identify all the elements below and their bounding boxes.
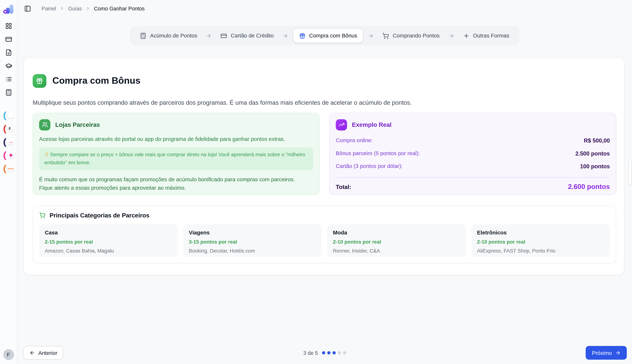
category-card-viagens: Viagens 3-15 pontos por real Booking, De… bbox=[183, 224, 322, 256]
scrollbar-thumb[interactable] bbox=[629, 160, 631, 185]
sidebar-nav bbox=[5, 22, 12, 96]
categories-title: Principais Categorias de Parceiros bbox=[50, 212, 149, 218]
brazil-map-icon bbox=[8, 112, 14, 118]
category-rate: 3-15 pontos por real bbox=[189, 239, 316, 245]
arrow-left-icon bbox=[30, 350, 35, 356]
flower-icon bbox=[8, 152, 14, 158]
tab-outras-formas[interactable]: Outras Formas bbox=[459, 29, 513, 42]
breadcrumb-painel[interactable]: Painel bbox=[42, 6, 56, 12]
row-value: R$ 500,00 bbox=[584, 137, 610, 144]
breadcrumb-current: Como Ganhar Pontos bbox=[94, 6, 145, 12]
previous-button[interactable]: Anterior bbox=[24, 346, 64, 360]
total-value: 2.600 pontos bbox=[568, 183, 610, 191]
wizard-footer: Anterior 3 de 5 Próximo bbox=[17, 346, 632, 364]
logo-bar-small bbox=[3, 10, 7, 14]
trending-up-icon bbox=[336, 119, 347, 130]
real-example-card: Exemplo Real Compra online: R$ 500,00 Bô… bbox=[329, 113, 616, 195]
gift-icon bbox=[299, 32, 305, 39]
smiles-logo[interactable]: ( Smiles bbox=[3, 164, 14, 172]
category-name: Casa bbox=[45, 230, 172, 236]
app-window: ( ( E_ ( ( bbox=[0, 0, 632, 364]
paren-shape: ( bbox=[3, 164, 7, 172]
brazil-map-logo[interactable]: ( bbox=[3, 111, 14, 119]
tab-label: Comprando Pontos bbox=[393, 33, 439, 39]
page-indicator-text: 3 de 5 bbox=[303, 350, 318, 356]
stepper: Acúmulo de Pontos Cartão de Crédito Comp… bbox=[130, 26, 519, 46]
tab-label: Compra com Bônus bbox=[309, 33, 357, 39]
partner-card-header: Lojas Parceiras bbox=[39, 119, 313, 130]
progress-dot bbox=[322, 351, 325, 354]
example-row: Compra online: R$ 500,00 bbox=[336, 137, 610, 144]
credit-card-icon bbox=[221, 32, 227, 39]
users-icon bbox=[39, 119, 51, 130]
category-card-casa: Casa 2-15 pontos por real Amazon, Casas … bbox=[39, 224, 178, 256]
stepper-wrap: Acúmulo de Pontos Cartão de Crédito Comp… bbox=[17, 26, 632, 46]
breadcrumb: Painel Guias Como Ganhar Pontos bbox=[42, 6, 145, 12]
graduation-cap-icon[interactable] bbox=[5, 62, 12, 69]
paren-shape: ( bbox=[3, 124, 7, 132]
dashboard-icon[interactable] bbox=[5, 22, 12, 29]
example-rows: Compra online: R$ 500,00 Bônus parceiro … bbox=[336, 137, 610, 170]
category-card-moda: Moda 2-10 pontos por real Renner, Inside… bbox=[327, 224, 466, 256]
tab-compra-com-bonus[interactable]: Compra com Bônus bbox=[293, 29, 363, 42]
tab-label: Cartão de Crédito bbox=[231, 33, 274, 39]
smiles-badge: Smiles bbox=[8, 165, 14, 172]
swirl-icon bbox=[8, 139, 14, 145]
swirl-logo[interactable]: ( bbox=[3, 138, 14, 146]
page-title: Compra com Bônus bbox=[53, 76, 141, 86]
previous-button-label: Anterior bbox=[38, 350, 57, 356]
category-partners: Renner, Insider, C&A bbox=[333, 248, 460, 254]
flower-logo[interactable]: ( bbox=[3, 151, 14, 159]
info-cards-row: Lojas Parceiras Acesse lojas parceiras a… bbox=[33, 113, 616, 195]
partner-stores-card: Lojas Parceiras Acesse lojas parceiras a… bbox=[33, 113, 320, 195]
chevron-right-icon bbox=[60, 6, 65, 11]
next-button[interactable]: Próximo bbox=[586, 346, 627, 360]
e-logo[interactable]: ( E_ bbox=[3, 124, 14, 132]
guide-step-card: Compra com Bônus Multiplique seus pontos… bbox=[24, 58, 624, 275]
category-name: Eletrônicos bbox=[477, 230, 604, 236]
paren-shape: ( bbox=[3, 151, 7, 159]
paren-shape: ( bbox=[3, 138, 7, 146]
e-logo-badge: E_ bbox=[8, 126, 14, 132]
program-logos: ( ( E_ ( ( bbox=[3, 111, 14, 172]
tab-cartao-de-credito[interactable]: Cartão de Crédito bbox=[217, 29, 277, 42]
arrow-right-icon bbox=[368, 33, 374, 38]
example-total-row: Total: 2.600 pontos bbox=[336, 183, 610, 191]
total-label: Total: bbox=[336, 184, 351, 190]
lightbulb-icon bbox=[44, 152, 49, 157]
calculator-icon[interactable] bbox=[5, 89, 12, 96]
card-header: Compra com Bônus bbox=[33, 69, 616, 92]
breadcrumb-guias[interactable]: Guias bbox=[68, 6, 82, 12]
row-label: Bônus parceiro (5 pontos por real): bbox=[336, 150, 420, 156]
category-name: Viagens bbox=[189, 230, 316, 236]
categories-panel: Principais Categorias de Parceiros Casa … bbox=[33, 206, 616, 263]
category-partners: Booking, Decolar, Hotéis.com bbox=[189, 248, 316, 254]
progress-dots bbox=[322, 351, 346, 354]
category-rate: 2-10 pontos por real bbox=[477, 239, 604, 245]
categories-grid: Casa 2-15 pontos por real Amazon, Casas … bbox=[39, 224, 610, 256]
sidebar-toggle-icon[interactable] bbox=[24, 5, 31, 12]
shopping-cart-icon bbox=[39, 212, 46, 218]
category-partners: Amazon, Casas Bahia, Magalu bbox=[45, 248, 172, 254]
arrow-right-icon bbox=[448, 33, 454, 38]
calculator-icon bbox=[140, 32, 146, 39]
arrow-right-icon bbox=[282, 33, 288, 38]
document-icon[interactable] bbox=[5, 49, 12, 56]
category-card-eletronicos: Eletrônicos 2-10 pontos por real AliExpr… bbox=[471, 224, 610, 256]
list-icon[interactable] bbox=[5, 76, 12, 82]
progress-dot bbox=[343, 351, 346, 354]
logo-bar-tall bbox=[10, 4, 13, 14]
tip-text: Sempre compare se o preço + bônus vale m… bbox=[44, 152, 305, 166]
plus-icon bbox=[463, 32, 469, 39]
topbar: Painel Guias Como Ganhar Pontos bbox=[17, 0, 632, 17]
example-card-title: Exemplo Real bbox=[352, 121, 392, 128]
tab-acumulo-de-pontos[interactable]: Acúmulo de Pontos bbox=[136, 29, 201, 42]
credit-card-icon[interactable] bbox=[5, 36, 12, 42]
shopping-cart-icon bbox=[383, 32, 389, 39]
category-partners: AliExpress, FAST Shop, Ponto Frio bbox=[477, 248, 604, 254]
user-avatar[interactable]: F bbox=[3, 349, 14, 360]
row-label: Cartão (3 pontos por dólar): bbox=[336, 163, 403, 169]
example-row: Bônus parceiro (5 pontos por real): 2.50… bbox=[336, 150, 610, 156]
tab-comprando-pontos[interactable]: Comprando Pontos bbox=[379, 29, 443, 42]
app-logo[interactable] bbox=[3, 4, 14, 14]
